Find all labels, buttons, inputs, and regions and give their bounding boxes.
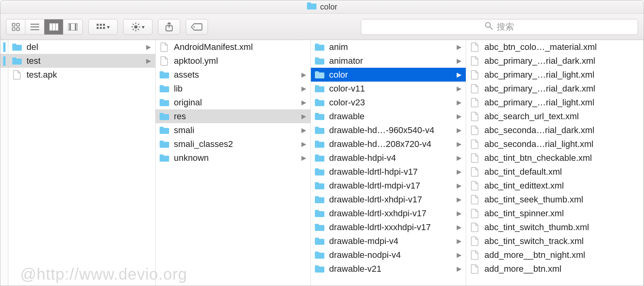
list-item[interactable]: abc_primary_…rial_dark.xml xyxy=(466,54,643,68)
list-item[interactable]: abc_primary_…rial_light.xml xyxy=(466,95,643,109)
chevron-right-icon: ▶ xyxy=(301,71,307,78)
list-view-button[interactable] xyxy=(25,19,44,34)
list-item[interactable]: abc_primary_…rial_dark.xml xyxy=(466,82,643,95)
list-item[interactable]: abc_search_url_text.xml xyxy=(466,109,643,123)
item-label: del xyxy=(27,42,142,52)
list-item[interactable]: abc_tint_btn_checkable.xml xyxy=(466,151,643,165)
svg-rect-17 xyxy=(100,27,102,29)
share-button[interactable] xyxy=(158,19,180,35)
list-item[interactable]: abc_tint_switch_track.xml xyxy=(466,234,643,248)
list-item[interactable]: smali_classes2▶ xyxy=(156,137,311,151)
svg-line-27 xyxy=(138,24,139,25)
folder-icon xyxy=(314,265,325,273)
chevron-right-icon: ▶ xyxy=(456,71,462,78)
list-item[interactable]: color▶ xyxy=(311,68,466,82)
icon-view-button[interactable] xyxy=(6,19,25,34)
column-4[interactable]: abc_btn_colo…_material.xmlabc_primary_…r… xyxy=(466,40,644,286)
list-item[interactable]: animator▶ xyxy=(311,54,466,68)
folder-icon xyxy=(314,210,325,217)
list-item[interactable]: drawable-v21▶ xyxy=(311,262,466,276)
item-label: res xyxy=(174,111,297,122)
list-item[interactable]: abc_seconda…rial_light.xml xyxy=(466,137,643,151)
list-item[interactable]: drawable-mdpi-v4▶ xyxy=(311,234,466,248)
column-1[interactable]: del▶test▶test.apk xyxy=(8,40,156,286)
chevron-right-icon: ▶ xyxy=(456,99,462,106)
list-item[interactable]: abc_seconda…rial_dark.xml xyxy=(466,123,643,137)
folder-icon xyxy=(159,112,170,120)
arrange-group[interactable]: ▾ xyxy=(88,19,118,35)
item-label: smali_classes2 xyxy=(174,139,297,149)
item-label: drawable-ldrtl-xxxhdpi-v17 xyxy=(329,222,452,233)
tags-button[interactable] xyxy=(186,19,208,35)
file-icon xyxy=(469,70,480,80)
list-item[interactable]: res▶ xyxy=(156,109,311,123)
list-item[interactable]: test▶ xyxy=(8,54,155,68)
chevron-right-icon: ▶ xyxy=(456,251,462,259)
column-view-button[interactable] xyxy=(44,19,63,34)
list-item[interactable]: lib▶ xyxy=(156,82,311,95)
list-item[interactable]: color-v11▶ xyxy=(311,82,466,95)
list-item[interactable]: unknown▶ xyxy=(156,151,311,165)
window-title: color xyxy=(320,2,337,11)
folder-icon xyxy=(307,2,317,12)
list-item[interactable]: abc_tint_switch_thumb.xml xyxy=(466,220,643,234)
list-item[interactable]: smali▶ xyxy=(156,123,311,137)
list-item[interactable]: anim▶ xyxy=(311,40,466,54)
list-item[interactable]: color-v23▶ xyxy=(311,95,466,109)
item-label: drawable xyxy=(329,111,452,122)
list-item[interactable]: apktool.yml xyxy=(156,54,311,68)
search-field[interactable]: 搜索 xyxy=(361,19,638,35)
list-item[interactable]: assets▶ xyxy=(156,68,311,82)
gallery-view-button[interactable] xyxy=(63,19,82,34)
item-label: animator xyxy=(329,56,452,66)
item-label: assets xyxy=(174,70,297,80)
list-item[interactable]: test.apk xyxy=(8,68,155,82)
list-item[interactable]: add_more__btn.xml xyxy=(466,262,643,276)
file-icon xyxy=(11,70,23,80)
chevron-right-icon: ▶ xyxy=(456,265,462,273)
search-placeholder: 搜索 xyxy=(497,21,514,33)
list-item[interactable]: del▶ xyxy=(8,40,155,54)
folder-icon xyxy=(314,85,325,93)
list-item[interactable]: drawable▶ xyxy=(311,109,466,123)
column-2[interactable]: AndroidManifest.xmlapktool.ymlassets▶lib… xyxy=(156,40,311,286)
list-item[interactable]: drawable-ldrtl-xxhdpi-v17▶ xyxy=(311,206,466,220)
column-3[interactable]: anim▶animator▶color▶color-v11▶color-v23▶… xyxy=(311,40,466,286)
list-item[interactable]: drawable-hdpi-v4▶ xyxy=(311,151,466,165)
titlebar: color xyxy=(0,0,644,14)
list-item[interactable]: add_more__btn_night.xml xyxy=(466,248,643,262)
list-item[interactable]: drawable-ldrtl-xxxhdpi-v17▶ xyxy=(311,220,466,234)
list-item[interactable]: AndroidManifest.xml xyxy=(156,40,311,54)
svg-rect-14 xyxy=(100,24,102,26)
item-label: abc_tint_spinner.xml xyxy=(484,208,639,219)
item-label: anim xyxy=(329,42,452,52)
svg-rect-13 xyxy=(97,24,99,26)
item-label: add_more__btn.xml xyxy=(484,264,639,274)
list-item[interactable]: abc_btn_colo…_material.xml xyxy=(466,40,643,54)
list-item[interactable]: drawable-ldrtl-mdpi-v17▶ xyxy=(311,179,466,193)
item-label: abc_tint_default.xml xyxy=(484,167,639,177)
folder-icon xyxy=(314,71,325,79)
item-label: drawable-hdpi-v4 xyxy=(329,153,452,163)
list-item[interactable]: abc_tint_spinner.xml xyxy=(466,206,643,220)
svg-point-30 xyxy=(486,23,490,27)
folder-icon xyxy=(314,196,325,204)
file-icon xyxy=(469,98,480,107)
list-item[interactable]: drawable-ldrtl-hdpi-v17▶ xyxy=(311,165,466,179)
item-label: add_more__btn_night.xml xyxy=(484,250,639,260)
item-label: drawable-nodpi-v4 xyxy=(329,250,452,260)
action-menu[interactable]: ▾ xyxy=(123,19,152,35)
list-item[interactable]: abc_tint_default.xml xyxy=(466,165,643,179)
list-item[interactable]: abc_tint_edittext.xml xyxy=(466,179,643,193)
item-label: abc_tint_switch_track.xml xyxy=(484,236,639,246)
list-item[interactable]: original▶ xyxy=(156,95,311,109)
list-item[interactable]: drawable-nodpi-v4▶ xyxy=(311,248,466,262)
list-item[interactable]: drawable-hd…208x720-v4▶ xyxy=(311,137,466,151)
folder-icon xyxy=(159,99,170,107)
folder-icon xyxy=(159,85,170,93)
list-item[interactable]: drawable-hd…-960x540-v4▶ xyxy=(311,123,466,137)
list-item[interactable]: abc_tint_seek_thumb.xml xyxy=(466,193,643,206)
svg-rect-7 xyxy=(50,23,52,31)
list-item[interactable]: abc_primary_…rial_light.xml xyxy=(466,68,643,82)
list-item[interactable]: drawable-ldrtl-xhdpi-v17▶ xyxy=(311,193,466,206)
